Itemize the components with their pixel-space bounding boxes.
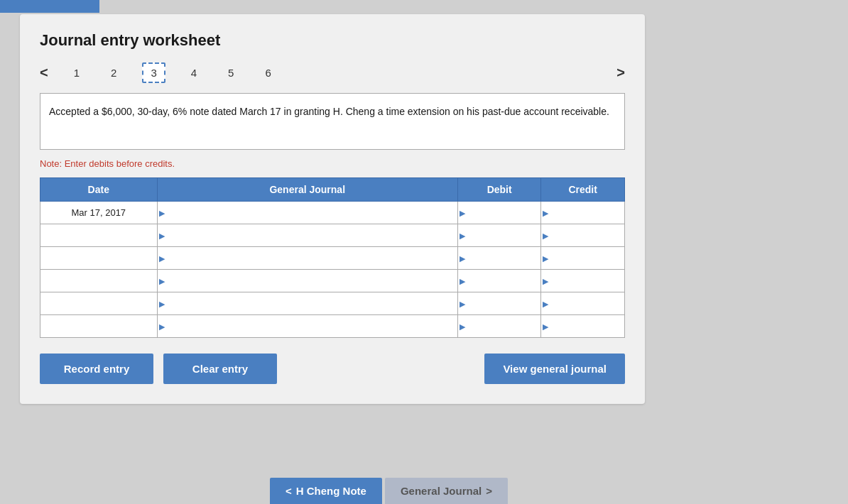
debit-input-5[interactable] bbox=[462, 315, 537, 337]
col-header-date: Date bbox=[40, 178, 158, 202]
credit-arrow-1: ▶ bbox=[543, 231, 548, 240]
credit-arrow-4: ▶ bbox=[543, 299, 548, 308]
debit-arrow-5: ▶ bbox=[460, 322, 465, 331]
credit-input-0[interactable] bbox=[545, 202, 620, 224]
table-row-gj-2[interactable]: ▶ bbox=[157, 247, 457, 270]
table-row-credit-0[interactable]: ▶ bbox=[541, 202, 625, 224]
tab-4[interactable]: 4 bbox=[185, 64, 202, 82]
table-row-debit-5[interactable]: ▶ bbox=[457, 315, 541, 338]
gj-arrow-4: ▶ bbox=[159, 299, 165, 308]
table-row-credit-3[interactable]: ▶ bbox=[541, 270, 625, 292]
main-card: Journal entry worksheet < 1 2 3 4 5 6 > … bbox=[20, 14, 645, 404]
table-row-date-1 bbox=[40, 224, 158, 247]
table-row-date-5 bbox=[40, 315, 158, 338]
note-text: Note: Enter debits before credits. bbox=[40, 158, 625, 169]
gj-input-1[interactable] bbox=[168, 224, 453, 246]
debit-input-2[interactable] bbox=[462, 247, 537, 269]
debit-input-3[interactable] bbox=[462, 270, 537, 292]
gj-input-4[interactable] bbox=[168, 292, 453, 314]
page-title: Journal entry worksheet bbox=[40, 31, 625, 50]
bottom-tab-general-journal-label: General Journal bbox=[401, 485, 482, 497]
table-row-debit-3[interactable]: ▶ bbox=[457, 270, 541, 292]
blue-bar bbox=[0, 0, 99, 13]
bottom-tab-general-journal-arrow: > bbox=[486, 485, 492, 497]
credit-input-1[interactable] bbox=[545, 224, 620, 246]
gj-input-2[interactable] bbox=[168, 247, 453, 269]
journal-table: Date General Journal Debit Credit Mar 17… bbox=[40, 177, 625, 338]
table-row-gj-5[interactable]: ▶ bbox=[157, 315, 457, 338]
credit-arrow-0: ▶ bbox=[543, 208, 548, 217]
debit-arrow-2: ▶ bbox=[460, 253, 465, 263]
debit-arrow-0: ▶ bbox=[460, 208, 465, 217]
table-row-debit-0[interactable]: ▶ bbox=[457, 202, 541, 224]
description-box: Accepted a $6,000, 30-day, 6% note dated… bbox=[40, 93, 625, 150]
credit-input-3[interactable] bbox=[545, 270, 620, 292]
credit-input-2[interactable] bbox=[545, 247, 620, 269]
gj-input-3[interactable] bbox=[168, 270, 453, 292]
table-row-debit-2[interactable]: ▶ bbox=[457, 247, 541, 270]
bottom-tab-h-cheng-note-arrow: < bbox=[286, 485, 292, 497]
gj-input-0[interactable] bbox=[168, 202, 453, 224]
table-row-gj-3[interactable]: ▶ bbox=[157, 270, 457, 292]
clear-entry-button[interactable]: Clear entry bbox=[163, 354, 277, 384]
gj-arrow-3: ▶ bbox=[159, 276, 165, 285]
tab-5[interactable]: 5 bbox=[222, 64, 239, 82]
table-row-date-4 bbox=[40, 292, 158, 315]
gj-arrow-2: ▶ bbox=[159, 253, 165, 263]
table-row-credit-4[interactable]: ▶ bbox=[541, 292, 625, 315]
table-row-gj-0[interactable]: ▶ bbox=[157, 202, 457, 224]
col-header-gj: General Journal bbox=[157, 178, 457, 202]
gj-input-5[interactable] bbox=[168, 315, 453, 337]
bottom-tab-general-journal[interactable]: General Journal > bbox=[385, 478, 508, 504]
view-general-journal-button[interactable]: View general journal bbox=[484, 354, 625, 384]
table-row-credit-5[interactable]: ▶ bbox=[541, 315, 625, 338]
tab-3[interactable]: 3 bbox=[142, 62, 165, 83]
table-row-debit-4[interactable]: ▶ bbox=[457, 292, 541, 315]
table-row-date-3 bbox=[40, 270, 158, 292]
debit-arrow-4: ▶ bbox=[460, 299, 465, 308]
credit-arrow-2: ▶ bbox=[543, 253, 548, 263]
table-row-date-0: Mar 17, 2017 bbox=[40, 202, 158, 224]
credit-input-5[interactable] bbox=[545, 315, 620, 337]
gj-arrow-5: ▶ bbox=[159, 322, 165, 331]
col-header-debit: Debit bbox=[457, 178, 541, 202]
description-text: Accepted a $6,000, 30-day, 6% note dated… bbox=[49, 106, 609, 117]
gj-arrow-0: ▶ bbox=[159, 208, 165, 217]
table-row-debit-1[interactable]: ▶ bbox=[457, 224, 541, 247]
bottom-tab-h-cheng-note[interactable]: < H Cheng Note bbox=[270, 478, 382, 504]
debit-arrow-1: ▶ bbox=[460, 231, 465, 240]
col-header-credit: Credit bbox=[541, 178, 625, 202]
tab-navigation: < 1 2 3 4 5 6 > bbox=[40, 62, 625, 83]
tab-2[interactable]: 2 bbox=[105, 64, 122, 82]
gj-arrow-1: ▶ bbox=[159, 231, 165, 240]
debit-input-0[interactable] bbox=[462, 202, 537, 224]
record-entry-button[interactable]: Record entry bbox=[40, 354, 153, 384]
buttons-row: Record entry Clear entry View general jo… bbox=[40, 354, 625, 384]
tab-1[interactable]: 1 bbox=[68, 64, 85, 82]
table-row-date-2 bbox=[40, 247, 158, 270]
debit-input-4[interactable] bbox=[462, 292, 537, 314]
table-row-credit-1[interactable]: ▶ bbox=[541, 224, 625, 247]
bottom-tab-h-cheng-note-label: H Cheng Note bbox=[296, 485, 366, 497]
table-row-gj-1[interactable]: ▶ bbox=[157, 224, 457, 247]
credit-arrow-3: ▶ bbox=[543, 276, 548, 285]
table-row-credit-2[interactable]: ▶ bbox=[541, 247, 625, 270]
debit-arrow-3: ▶ bbox=[460, 276, 465, 285]
credit-arrow-5: ▶ bbox=[543, 322, 548, 331]
next-arrow[interactable]: > bbox=[616, 65, 625, 81]
prev-arrow[interactable]: < bbox=[40, 65, 48, 81]
credit-input-4[interactable] bbox=[545, 292, 620, 314]
debit-input-1[interactable] bbox=[462, 224, 537, 246]
tab-6[interactable]: 6 bbox=[259, 64, 276, 82]
bottom-tabs: < H Cheng Note General Journal > bbox=[270, 478, 508, 504]
table-row-gj-4[interactable]: ▶ bbox=[157, 292, 457, 315]
